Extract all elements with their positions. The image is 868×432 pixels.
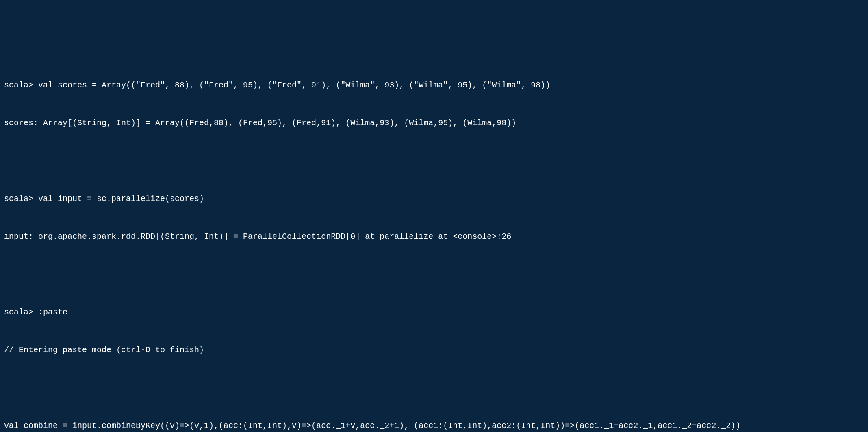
terminal-line: scala> val scores = Array(("Fred", 88), … [4,79,864,92]
terminal-line: scala> :paste [4,306,864,319]
terminal-line: val combine = input.combineByKey((v)=>(v… [4,419,864,432]
terminal-line: // Entering paste mode (ctrl-D to finish… [4,344,864,356]
terminal-line [4,268,864,281]
terminal-line: scala> val input = sc.parallelize(scores… [4,192,864,205]
terminal-line [4,382,864,394]
terminal-line: scores: Array[(String, Int)] = Array((Fr… [4,117,864,129]
terminal-line [4,155,864,167]
terminal-output[interactable]: scala> val scores = Array(("Fred", 88), … [4,54,864,432]
terminal-line: input: org.apache.spark.rdd.RDD[(String,… [4,230,864,243]
